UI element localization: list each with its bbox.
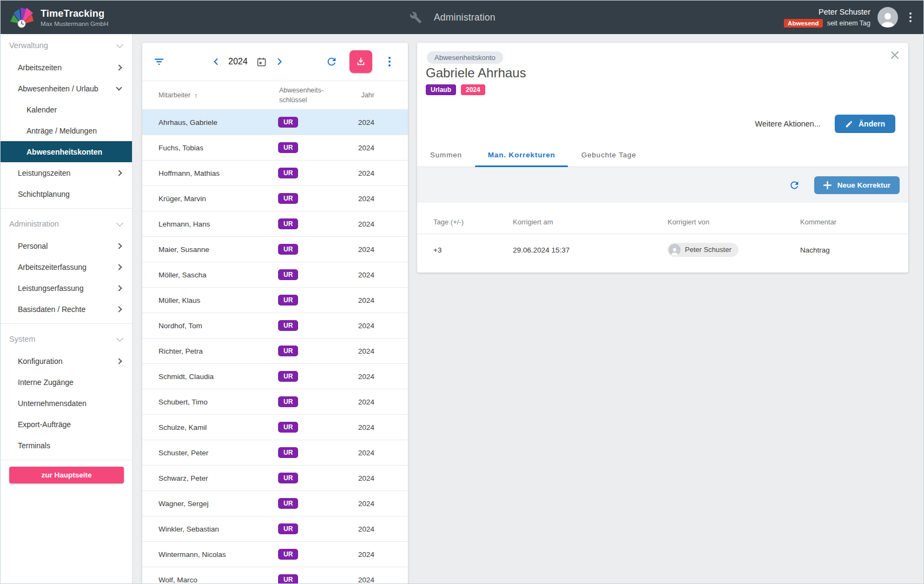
absence-key-cell: UR (264, 193, 345, 204)
chevron-down-icon (116, 335, 123, 342)
sidebar-item-basisdaten-rechte[interactable]: Basisdaten / Rechte (1, 298, 132, 320)
table-row[interactable]: Schwarz, PeterUR2024 (142, 466, 408, 491)
download-button[interactable] (349, 50, 372, 73)
table-row[interactable]: Ahrhaus, GabrieleUR2024 (142, 110, 408, 135)
sidebar-item-personal[interactable]: Personal (1, 235, 132, 256)
divider (1, 460, 132, 460)
table-row[interactable]: Schubert, TimoUR2024 (142, 389, 408, 415)
employee-name: Wolf, Marco (142, 576, 264, 584)
zur-hauptseite-button[interactable]: zur Hauptseite (9, 467, 124, 483)
table-row[interactable]: Lehmann, HansUR2024 (142, 211, 408, 237)
table-row[interactable]: Hoffmann, MathiasUR2024 (142, 161, 408, 186)
table-row[interactable]: Nordhof, TomUR2024 (142, 313, 408, 339)
comment-cell: Nachtrag (800, 246, 908, 254)
table-row[interactable]: Richter, PetraUR2024 (142, 339, 408, 364)
table-row[interactable]: Wintermann, NicolasUR2024 (142, 542, 408, 567)
absence-key-cell: UR (264, 142, 345, 153)
download-icon (355, 56, 366, 67)
sidebar-section-administration[interactable]: Administration (1, 213, 132, 235)
table-row[interactable]: Krüger, MarvinUR2024 (142, 186, 408, 211)
sidebar-item-label: Leistungserfassung (18, 284, 117, 293)
sidebar-item-abwesenheiten-urlaub[interactable]: Abwesenheiten / Urlaub (1, 78, 132, 99)
year-cell: 2024 (345, 423, 408, 432)
employee-table-header: Mitarbeiter ↑ Abwesenheits- schlüssel Ja… (142, 81, 408, 110)
person-icon (670, 247, 679, 256)
sidebar-item-schichtplanung[interactable]: Schichtplanung (1, 183, 132, 204)
year-badge: 2024 (461, 84, 485, 95)
column-header-jahr: Jahr (345, 91, 408, 99)
sidebar-item-konfiguration[interactable]: Konfiguration (1, 350, 132, 371)
table-row[interactable]: Schuster, PeterUR2024 (142, 440, 408, 466)
sidebar-section-verwaltung[interactable]: Verwaltung (1, 34, 132, 57)
sidebar-item-label: Schichtplanung (18, 190, 121, 198)
aendern-button-label: Ändern (859, 120, 885, 128)
employee-name: Schulze, Kamil (142, 423, 264, 432)
user-status-row: Abwesend seit einem Tag (784, 19, 870, 28)
avatar[interactable] (877, 7, 898, 28)
app-brand[interactable]: TimeTracking Max Mustermann GmbH (1, 6, 108, 29)
corrections-refresh-icon[interactable] (789, 180, 800, 191)
table-row[interactable]: Wagner, SergejUR2024 (142, 491, 408, 516)
aendern-button[interactable]: Ändern (835, 115, 895, 133)
sidebar-section-label: System (9, 335, 117, 343)
table-row[interactable]: Schmidt, ClaudiaUR2024 (142, 364, 408, 389)
sidebar-item-arbeitszeiten[interactable]: Arbeitszeiten (1, 57, 132, 78)
table-row: +329.06.2024 15:37Peter SchusterNachtrag (417, 234, 908, 266)
tab-summen[interactable]: Summen (417, 143, 475, 167)
employee-name: Winkler, Sebastian (142, 525, 264, 533)
avatar (669, 244, 681, 256)
chevron-left-icon[interactable] (212, 57, 220, 66)
absence-key-badge: UR (278, 346, 298, 356)
employee-name: Hoffmann, Mathias (142, 169, 264, 177)
corrections-table: Tage (+/-) Korrigiert am Korrigiert von … (417, 210, 908, 266)
year-cell: 2024 (345, 271, 408, 279)
table-row[interactable]: Winkler, SebastianUR2024 (142, 516, 408, 542)
sidebar-section-system[interactable]: System (1, 328, 132, 350)
employee-name: Fuchs, Tobias (142, 144, 264, 152)
header-kebab-menu-icon[interactable] (905, 8, 916, 26)
sidebar-item-abwesenheitskonten[interactable]: Abwesenheitskonten (1, 141, 132, 162)
sidebar-item-export-auftrage[interactable]: Export-Aufträge (1, 414, 132, 435)
sidebar-item-antrage-meldungen[interactable]: Anträge / Meldungen (1, 120, 132, 141)
refresh-icon[interactable] (326, 56, 338, 68)
page-heading: Administration (410, 1, 496, 34)
calendar-icon[interactable] (256, 56, 267, 68)
sidebar-item-kalender[interactable]: Kalender (1, 99, 132, 120)
chevron-right-icon[interactable] (275, 57, 284, 66)
detail-actions: Weitere Aktionen... Ändern (755, 115, 895, 133)
weitere-aktionen-link[interactable]: Weitere Aktionen... (755, 120, 821, 128)
person-name: Peter Schuster (685, 245, 731, 254)
close-icon[interactable] (889, 49, 901, 61)
table-row[interactable]: Möller, SaschaUR2024 (142, 262, 408, 288)
sidebar-item-label: Interne Zugänge (18, 378, 121, 387)
table-row[interactable]: Wolf, MarcoUR2024 (142, 567, 408, 584)
sidebar-item-interne-zugange[interactable]: Interne Zugänge (1, 371, 132, 393)
person-chip: Peter Schuster (668, 243, 738, 257)
table-row[interactable]: Müller, KlausUR2024 (142, 288, 408, 313)
days-cell: +3 (433, 246, 513, 254)
sort-asc-icon: ↑ (194, 91, 198, 99)
table-row[interactable]: Schulze, KamilUR2024 (142, 415, 408, 440)
sidebar-item-terminals[interactable]: Terminals (1, 435, 132, 456)
absence-key-badge: UR (278, 142, 298, 153)
sidebar-item-leistungserfassung[interactable]: Leistungserfassung (1, 277, 132, 298)
absence-key-badge: UR (278, 193, 298, 204)
neue-korrektur-button[interactable]: Neue Korrektur (814, 176, 900, 194)
sidebar-item-arbeitszeiterfassung[interactable]: Arbeitszeiterfassung (1, 256, 132, 277)
sidebar-item-unternehmensdaten[interactable]: Unternehmensdaten (1, 393, 132, 414)
absence-type-badge: Urlaub (426, 84, 456, 95)
filter-icon[interactable] (153, 56, 165, 68)
table-row[interactable]: Fuchs, TobiasUR2024 (142, 135, 408, 161)
chevron-right-icon (116, 306, 122, 312)
column-header-mitarbeiter[interactable]: Mitarbeiter ↑ (142, 91, 264, 99)
list-kebab-menu-icon[interactable] (384, 52, 395, 71)
tab-gebuchte-tage[interactable]: Gebuchte Tage (568, 143, 649, 167)
tab-man-korrekturen[interactable]: Man. Korrekturen (475, 143, 569, 167)
absence-key-cell: UR (264, 244, 345, 255)
status-badge: Abwesend (784, 19, 823, 28)
sidebar-item-leistungszeiten[interactable]: Leistungszeiten (1, 162, 132, 183)
year-cell: 2024 (345, 322, 408, 330)
table-row[interactable]: Maier, SusanneUR2024 (142, 237, 408, 262)
corrections-toolbar: Neue Korrektur (417, 167, 908, 203)
app-window: TimeTracking Max Mustermann GmbH Adminis… (0, 0, 924, 584)
